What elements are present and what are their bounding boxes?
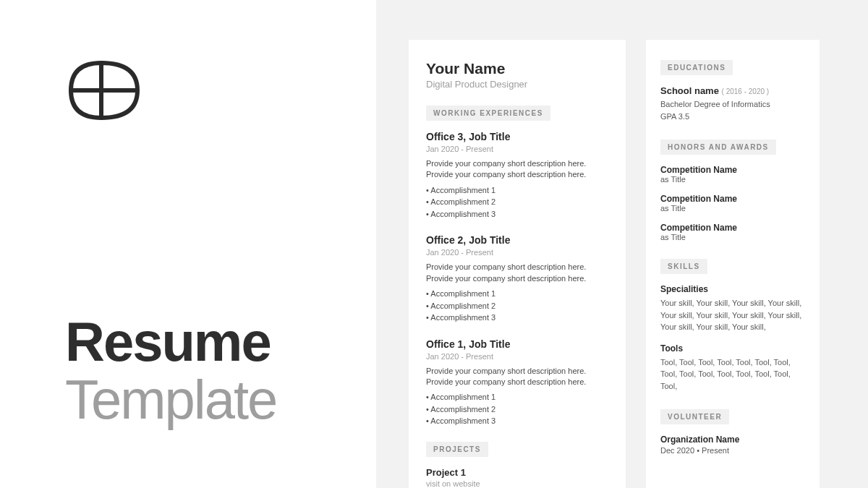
section-label-educations: EDUCATIONS [660, 60, 733, 75]
job-entry: Office 2, Job Title Jan 2020 - Present P… [426, 234, 608, 323]
gpa: GPA 3.5 [660, 111, 805, 123]
job-accomplishment: • Accomplishment 2 [426, 300, 608, 312]
honor-role: as Title [660, 175, 805, 184]
resume-main-column: Your Name Digital Product Designer WORKI… [409, 40, 626, 488]
section-label-honors: HONORS AND AWARDS [660, 140, 776, 155]
resume-role: Digital Product Designer [426, 79, 608, 90]
honor-entry: Competition Name as Title [660, 194, 805, 213]
job-entry: Office 3, Job Title Jan 2020 - Present P… [426, 131, 608, 220]
project-title: Project 1 [426, 467, 608, 478]
project-link: visit on website [426, 479, 608, 488]
job-accomplishment: • Accomplishment 1 [426, 288, 608, 300]
volunteer-org: Organization Name [660, 435, 805, 445]
specialities-list: Your skill, Your skill, Your skill, Your… [660, 297, 805, 333]
resume-side-column: EDUCATIONS School name ( 2016 - 2020 ) B… [646, 40, 820, 488]
job-description: Provide your company short description h… [426, 262, 608, 284]
job-accomplishment: • Accomplishment 2 [426, 196, 608, 208]
resume-name: Your Name [426, 60, 608, 77]
section-label-work: WORKING EXPERIENCES [426, 106, 550, 121]
job-accomplishment: • Accomplishment 1 [426, 391, 608, 403]
job-description: Provide your company short description h… [426, 366, 608, 388]
section-label-volunteer: VOLUNTEER [660, 409, 729, 424]
job-title: Office 1, Job Title [426, 338, 608, 350]
job-accomplishment: • Accomplishment 1 [426, 184, 608, 197]
job-accomplishment: • Accomplishment 3 [426, 415, 608, 427]
cover-panel: Resume Template [0, 0, 376, 488]
job-entry: Office 1, Job Title Jan 2020 - Present P… [426, 338, 608, 427]
skills-block: Specialities Your skill, Your skill, You… [660, 284, 805, 392]
volunteer-dates: Dec 2020 • Present [660, 445, 805, 457]
tools-list: Tool, Tool, Tool, Tool, Tool, Tool, Tool… [660, 356, 805, 393]
job-dates: Jan 2020 - Present [426, 248, 608, 257]
resume-preview: Your Name Digital Product Designer WORKI… [376, 0, 868, 488]
job-accomplishment: • Accomplishment 3 [426, 312, 608, 324]
education-entry: School name ( 2016 - 2020 ) Bachelor Deg… [660, 85, 805, 122]
job-accomplishment: • Accomplishment 2 [426, 403, 608, 416]
honor-name: Competition Name [660, 165, 805, 175]
specialities-heading: Specialities [660, 284, 805, 294]
school-name: School name ( 2016 - 2020 ) [660, 85, 805, 96]
logo-icon [65, 54, 145, 127]
honor-name: Competition Name [660, 194, 805, 204]
section-label-projects: PROJECTS [426, 442, 488, 457]
school-years: ( 2016 - 2020 ) [722, 87, 770, 95]
honor-role: as Title [660, 233, 805, 241]
job-dates: Jan 2020 - Present [426, 352, 608, 361]
job-title: Office 2, Job Title [426, 234, 608, 246]
honors-block: Competition Name as Title Competition Na… [660, 165, 805, 241]
honor-role: as Title [660, 204, 805, 213]
honor-entry: Competition Name as Title [660, 223, 805, 241]
tools-heading: Tools [660, 343, 805, 354]
honor-name: Competition Name [660, 223, 805, 233]
school-name-text: School name [660, 85, 719, 96]
job-dates: Jan 2020 - Present [426, 145, 608, 153]
honor-entry: Competition Name as Title [660, 165, 805, 184]
job-accomplishment: • Accomplishment 3 [426, 208, 608, 221]
job-description: Provide your company short description h… [426, 158, 608, 181]
job-title: Office 3, Job Title [426, 131, 608, 142]
degree: Bachelor Degree of Informatics [660, 98, 805, 111]
cover-title-line2: Template [65, 369, 376, 430]
section-label-skills: SKILLS [660, 259, 707, 274]
cover-title-line1: Resume [65, 314, 376, 369]
